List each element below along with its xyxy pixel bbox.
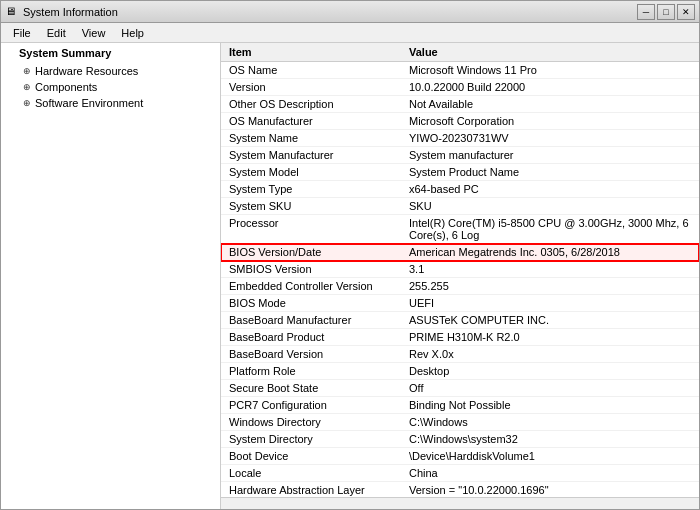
table-cell-item: PCR7 Configuration [221, 397, 401, 414]
sidebar-label-components: Components [35, 81, 97, 93]
table-row[interactable]: BaseBoard VersionRev X.0x [221, 346, 699, 363]
table-row[interactable]: System Typex64-based PC [221, 181, 699, 198]
table-cell-item: System Type [221, 181, 401, 198]
sidebar-label-system-summary: System Summary [19, 47, 111, 59]
sidebar-item-hardware-resources[interactable]: ⊕ Hardware Resources [1, 63, 220, 79]
table-row[interactable]: BIOS ModeUEFI [221, 295, 699, 312]
table-cell-item: OS Manufacturer [221, 113, 401, 130]
table-cell-value: Off [401, 380, 699, 397]
table-cell-value: C:\Windows\system32 [401, 431, 699, 448]
table-cell-value: System Product Name [401, 164, 699, 181]
table-row[interactable]: BaseBoard ProductPRIME H310M-K R2.0 [221, 329, 699, 346]
table-cell-value: China [401, 465, 699, 482]
table-row[interactable]: BaseBoard ManufacturerASUSTeK COMPUTER I… [221, 312, 699, 329]
table-row[interactable]: OS NameMicrosoft Windows 11 Pro [221, 62, 699, 79]
table-cell-value: YIWO-20230731WV [401, 130, 699, 147]
table-cell-value: Desktop [401, 363, 699, 380]
table-row[interactable]: Embedded Controller Version255.255 [221, 278, 699, 295]
sidebar-item-components[interactable]: ⊕ Components [1, 79, 220, 95]
table-row[interactable]: Version10.0.22000 Build 22000 [221, 79, 699, 96]
table-cell-item: Secure Boot State [221, 380, 401, 397]
table-cell-item: Other OS Description [221, 96, 401, 113]
maximize-button[interactable]: □ [657, 4, 675, 20]
table-cell-item: BIOS Mode [221, 295, 401, 312]
expand-icon-hardware-resources: ⊕ [21, 66, 33, 76]
table-cell-value: Not Available [401, 96, 699, 113]
app-icon: 🖥 [5, 5, 19, 19]
sidebar-item-software-environment[interactable]: ⊕ Software Environment [1, 95, 220, 111]
table-cell-value: 10.0.22000 Build 22000 [401, 79, 699, 96]
table-cell-item: System SKU [221, 198, 401, 215]
sidebar-item-system-summary[interactable]: System Summary [1, 43, 220, 63]
menu-view[interactable]: View [74, 25, 114, 41]
table-cell-value: UEFI [401, 295, 699, 312]
table-cell-item: BaseBoard Manufacturer [221, 312, 401, 329]
table-container[interactable]: Item Value OS NameMicrosoft Windows 11 P… [221, 43, 699, 497]
minimize-button[interactable]: ─ [637, 4, 655, 20]
info-table: Item Value OS NameMicrosoft Windows 11 P… [221, 43, 699, 497]
menu-file[interactable]: File [5, 25, 39, 41]
horizontal-scrollbar[interactable] [221, 497, 699, 509]
col-header-value: Value [401, 43, 699, 62]
table-row[interactable]: BIOS Version/DateAmerican Megatrends Inc… [221, 244, 699, 261]
table-row[interactable]: System ManufacturerSystem manufacturer [221, 147, 699, 164]
table-row[interactable]: Platform RoleDesktop [221, 363, 699, 380]
table-row[interactable]: Other OS DescriptionNot Available [221, 96, 699, 113]
table-cell-value: x64-based PC [401, 181, 699, 198]
expand-icon-software-environment: ⊕ [21, 98, 33, 108]
sidebar: System Summary ⊕ Hardware Resources ⊕ Co… [1, 43, 221, 509]
menu-bar: File Edit View Help [1, 23, 699, 43]
menu-edit[interactable]: Edit [39, 25, 74, 41]
table-cell-item: BaseBoard Product [221, 329, 401, 346]
menu-help[interactable]: Help [113, 25, 152, 41]
table-row[interactable]: ProcessorIntel(R) Core(TM) i5-8500 CPU @… [221, 215, 699, 244]
table-cell-item: SMBIOS Version [221, 261, 401, 278]
table-cell-item: System Directory [221, 431, 401, 448]
table-cell-value: Microsoft Windows 11 Pro [401, 62, 699, 79]
table-row[interactable]: System DirectoryC:\Windows\system32 [221, 431, 699, 448]
table-header-row: Item Value [221, 43, 699, 62]
table-row[interactable]: Secure Boot StateOff [221, 380, 699, 397]
table-cell-item: BaseBoard Version [221, 346, 401, 363]
title-bar-buttons: ─ □ ✕ [637, 4, 695, 20]
table-cell-item: Platform Role [221, 363, 401, 380]
window-title: System Information [23, 6, 118, 18]
table-cell-value: Binding Not Possible [401, 397, 699, 414]
table-cell-item: Hardware Abstraction Layer [221, 482, 401, 498]
main-panel: Item Value OS NameMicrosoft Windows 11 P… [221, 43, 699, 509]
table-cell-item: Locale [221, 465, 401, 482]
table-row[interactable]: System SKUSKU [221, 198, 699, 215]
table-row[interactable]: SMBIOS Version3.1 [221, 261, 699, 278]
table-cell-item: Processor [221, 215, 401, 244]
close-button[interactable]: ✕ [677, 4, 695, 20]
table-cell-item: BIOS Version/Date [221, 244, 401, 261]
system-information-window: 🖥 System Information ─ □ ✕ File Edit Vie… [0, 0, 700, 510]
table-cell-item: Version [221, 79, 401, 96]
table-row[interactable]: Windows DirectoryC:\Windows [221, 414, 699, 431]
table-cell-value: Intel(R) Core(TM) i5-8500 CPU @ 3.00GHz,… [401, 215, 699, 244]
table-cell-value: ASUSTeK COMPUTER INC. [401, 312, 699, 329]
table-row[interactable]: System ModelSystem Product Name [221, 164, 699, 181]
table-cell-value: American Megatrends Inc. 0305, 6/28/2018 [401, 244, 699, 261]
table-cell-value: Version = "10.0.22000.1696" [401, 482, 699, 498]
table-row[interactable]: Hardware Abstraction LayerVersion = "10.… [221, 482, 699, 498]
table-cell-item: Windows Directory [221, 414, 401, 431]
content-area: System Summary ⊕ Hardware Resources ⊕ Co… [1, 43, 699, 509]
table-cell-item: System Manufacturer [221, 147, 401, 164]
table-cell-value: \Device\HarddiskVolume1 [401, 448, 699, 465]
table-cell-value: C:\Windows [401, 414, 699, 431]
table-cell-value: 3.1 [401, 261, 699, 278]
table-row[interactable]: LocaleChina [221, 465, 699, 482]
table-row[interactable]: PCR7 ConfigurationBinding Not Possible [221, 397, 699, 414]
table-cell-value: SKU [401, 198, 699, 215]
table-cell-value: System manufacturer [401, 147, 699, 164]
table-row[interactable]: OS ManufacturerMicrosoft Corporation [221, 113, 699, 130]
table-cell-item: OS Name [221, 62, 401, 79]
table-cell-item: Boot Device [221, 448, 401, 465]
table-cell-item: Embedded Controller Version [221, 278, 401, 295]
table-cell-value: Rev X.0x [401, 346, 699, 363]
col-header-item: Item [221, 43, 401, 62]
sidebar-label-hardware-resources: Hardware Resources [35, 65, 138, 77]
table-row[interactable]: System NameYIWO-20230731WV [221, 130, 699, 147]
table-row[interactable]: Boot Device\Device\HarddiskVolume1 [221, 448, 699, 465]
